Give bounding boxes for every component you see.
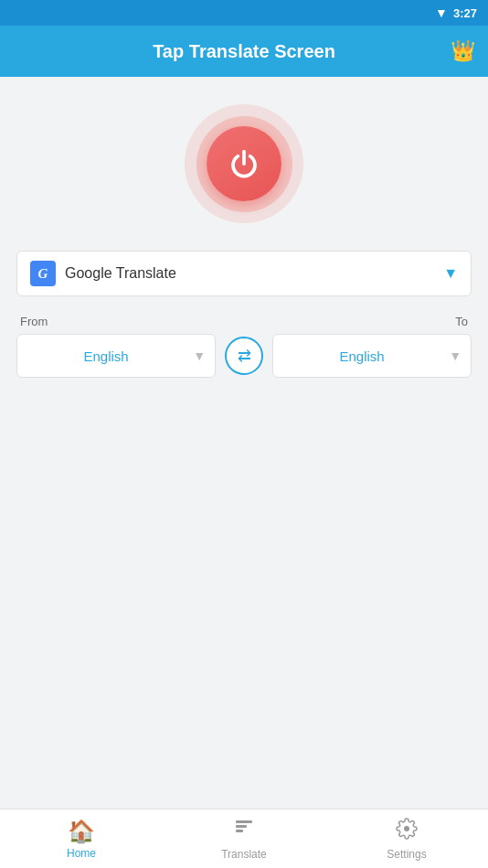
nav-item-settings[interactable]: Settings: [325, 809, 488, 868]
translate-label: Translate: [221, 848, 267, 861]
power-button-outer-ring: [185, 104, 303, 223]
to-label: To: [455, 315, 468, 328]
from-chevron-icon: ▼: [193, 348, 206, 363]
app-header: Tap Translate Screen 👑: [0, 26, 488, 77]
swap-languages-button[interactable]: ⇄: [225, 337, 263, 375]
nav-item-translate[interactable]: Translate: [163, 809, 325, 868]
settings-icon: [396, 818, 418, 845]
power-icon: [228, 147, 260, 180]
swap-icon: ⇄: [238, 346, 251, 366]
from-label: From: [20, 315, 48, 328]
to-language-dropdown[interactable]: English ▼: [272, 334, 472, 378]
main-content: G Google Translate ▼ From To English ▼ ⇄…: [0, 77, 488, 809]
chevron-down-icon: ▼: [443, 265, 458, 282]
bottom-navigation: 🏠 Home Translate Settings: [0, 809, 488, 868]
language-labels: From To: [16, 315, 472, 328]
nav-item-home[interactable]: 🏠 Home: [0, 809, 163, 868]
crown-icon[interactable]: 👑: [451, 39, 475, 63]
language-row: From To English ▼ ⇄ English ▼: [16, 315, 472, 378]
google-translate-logo: G: [30, 261, 56, 286]
svg-rect-0: [236, 820, 252, 823]
to-chevron-icon: ▼: [449, 348, 461, 363]
power-button[interactable]: [207, 126, 281, 201]
from-language-text: English: [27, 348, 186, 364]
home-icon: 🏠: [68, 819, 95, 844]
svg-rect-2: [236, 830, 243, 832]
status-bar: ▼ 3:27: [0, 0, 488, 26]
power-button-mid-ring: [196, 116, 292, 212]
language-selectors: English ▼ ⇄ English ▼: [16, 334, 472, 378]
svg-rect-1: [236, 825, 247, 828]
translate-icon: [233, 818, 255, 845]
from-language-dropdown[interactable]: English ▼: [16, 334, 216, 378]
service-label: Google Translate: [65, 265, 434, 282]
settings-label: Settings: [387, 848, 426, 861]
app-title: Tap Translate Screen: [153, 41, 335, 62]
to-language-text: English: [282, 348, 441, 364]
status-time: 3:27: [453, 6, 477, 20]
service-dropdown[interactable]: G Google Translate ▼: [16, 251, 472, 296]
wifi-icon: ▼: [435, 5, 448, 20]
home-label: Home: [67, 847, 96, 860]
